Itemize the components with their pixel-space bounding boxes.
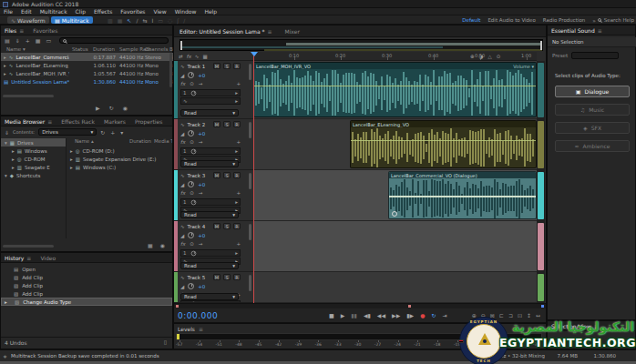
tree-item-shortcuts[interactable]: ▾◆Shortcuts (1, 171, 66, 179)
trash-icon[interactable]: ▯ (164, 339, 167, 345)
media-row[interactable]: ▸▤Windows (C:) (67, 163, 172, 171)
power-icon[interactable]: ⊙ (190, 81, 194, 86)
tab-selection-view[interactable]: Selection/View ≡ (551, 323, 599, 329)
track-vscrollbar[interactable] (249, 224, 251, 240)
panel-menu-icon[interactable]: ≡ (26, 255, 31, 261)
audio-clip[interactable]: LancelBar_Commercial_VO (Dialogue) (388, 171, 537, 219)
menu-view[interactable]: View (153, 8, 166, 15)
volume-knob[interactable] (188, 130, 194, 136)
zoom-out-vertical-button[interactable]: ↔ (536, 312, 540, 318)
routing-icon[interactable]: ∿ (195, 54, 200, 59)
history-item[interactable]: ▸▧Change Audio Type (1, 298, 172, 306)
tab-history[interactable]: History≡ (5, 255, 31, 261)
move-previous-button[interactable]: ◀▮ (364, 312, 371, 318)
track-name[interactable]: Track 2 (188, 122, 210, 127)
files-vscrollbar[interactable] (169, 53, 172, 87)
fx-icon[interactable]: fx (180, 241, 185, 247)
expander-icon[interactable]: ▸ (4, 55, 6, 60)
audio-clip[interactable]: LancelBar_ELearning_VO (350, 120, 537, 168)
new-item-icon[interactable]: + (26, 37, 30, 44)
mute-button[interactable]: M (213, 223, 221, 229)
tree-item-drives[interactable]: ▾▦Drives (1, 138, 66, 147)
expander-icon[interactable]: ▸ (4, 63, 6, 68)
track-lane[interactable]: LancelBar_Commercial_VO (Dialogue) (253, 170, 537, 221)
panel-menu-icon[interactable]: ≡ (598, 27, 602, 34)
snap-icon[interactable]: ⇄ (179, 54, 183, 59)
metronome-icon[interactable]: △ (487, 54, 491, 59)
arm-button[interactable]: R (233, 274, 241, 280)
menu-effects[interactable]: Effects (94, 8, 112, 15)
history-item[interactable]: ▨Add Clip (1, 273, 172, 281)
expander-icon[interactable]: ▸ (12, 157, 15, 162)
audio-type-dialogue[interactable]: ▣Dialogue (555, 86, 630, 97)
input-knob[interactable] (190, 90, 196, 96)
move-next-button[interactable]: ▮▶ (406, 312, 414, 318)
zoom-in-vertical-button[interactable]: ↕ (527, 312, 531, 318)
audio-type-music[interactable]: ♫Music (555, 104, 630, 116)
tab-essential-sound[interactable]: Essential Sound ≡ (551, 27, 602, 34)
fx-icon[interactable]: fx (180, 190, 185, 196)
menu-file[interactable]: File (4, 8, 13, 15)
solo-button[interactable]: S (223, 121, 231, 127)
new-folder-icon[interactable]: ▦ (148, 242, 153, 248)
zoom-selection-button[interactable]: ⊡ (518, 312, 522, 318)
add-effect-icon[interactable]: + (236, 190, 241, 196)
track-vscrollbar[interactable] (249, 173, 251, 189)
preset-dropdown[interactable] (571, 52, 619, 59)
add-track-icon[interactable]: ⊕ (470, 54, 475, 59)
chevron-right-icon[interactable]: ▸ (235, 90, 238, 96)
fx-icon[interactable]: fx (180, 139, 185, 145)
automation-mode-dropdown[interactable]: Read▾ (180, 262, 239, 269)
tab-media-browser[interactable]: Media Browser≡ (5, 118, 52, 125)
tab-video[interactable]: Video (40, 255, 56, 261)
automation-mode-dropdown[interactable]: Read▾ (180, 109, 239, 116)
session-settings-icon[interactable]: ⊙ (497, 54, 501, 59)
tree-item-seagate-e[interactable]: ▸▥Seagate E (1, 163, 66, 171)
mute-button[interactable]: M (213, 274, 221, 280)
track-name[interactable]: Track 4 (188, 224, 210, 229)
volume-envelope[interactable] (351, 140, 536, 141)
panel-menu-icon[interactable]: ≡ (47, 118, 52, 125)
chevron-right-icon[interactable]: ▸ (235, 148, 238, 154)
move-tool-icon[interactable]: ↖ (127, 17, 131, 24)
expander-icon[interactable]: ▸ (70, 148, 73, 154)
auto-play-icon[interactable]: ◉ (160, 242, 165, 248)
record-button[interactable]: ● (420, 312, 425, 318)
tab-effects-rack[interactable]: Effects Rack (61, 118, 95, 125)
audio-clip[interactable]: LancelBar_MOH_IVR_VOVolume ▾ (253, 62, 537, 117)
track-header[interactable]: ∿Track 2MSR◢+0fx⊙→+1▸∿▸Read▾ (174, 119, 253, 170)
track-name[interactable]: Track 1 (188, 64, 210, 69)
overview-handle-left[interactable] (180, 41, 182, 50)
auto-play-icon[interactable]: ◉ (123, 105, 128, 111)
loop-icon[interactable]: ↻ (109, 105, 114, 111)
mute-button[interactable]: M (213, 172, 221, 178)
power-icon[interactable]: ⊙ (190, 139, 194, 145)
automation-mode-dropdown[interactable]: Read▾ (180, 293, 239, 300)
arm-button[interactable]: R (233, 172, 241, 178)
menu-clip[interactable]: Clip (76, 8, 86, 15)
mute-button[interactable]: M (213, 63, 221, 69)
track-vscrollbar[interactable] (249, 275, 251, 291)
solo-button[interactable]: S (223, 172, 231, 178)
track-lane[interactable] (253, 272, 537, 303)
slip-tool-icon[interactable]: ⇆ (142, 17, 147, 24)
power-icon[interactable]: ⊙ (190, 241, 194, 247)
arm-button[interactable]: R (233, 63, 241, 69)
panel-menu-icon[interactable]: ≡ (199, 326, 203, 332)
track-vscrollbar[interactable] (249, 122, 251, 138)
playhead-handle[interactable] (251, 52, 258, 56)
workspace-default[interactable]: Default (462, 17, 480, 23)
track-lane[interactable]: LancelBar_MOH_IVR_VOVolume ▾ (253, 61, 537, 119)
expander-icon[interactable]: ▾ (5, 140, 7, 146)
open-file-icon[interactable]: ▤ (5, 37, 10, 44)
play-icon[interactable]: ▶ (96, 105, 100, 111)
volume-knob[interactable] (188, 181, 194, 187)
solo-button[interactable]: S (223, 63, 231, 69)
zoom-selection-left-button[interactable]: ⊏ (499, 312, 504, 318)
contents-dropdown[interactable]: Drives ▾ (38, 128, 97, 136)
stop-button[interactable]: ■ (329, 312, 334, 318)
expander-icon[interactable]: ▾ (5, 173, 7, 178)
time-selection-tool-icon[interactable]: I (151, 17, 153, 24)
menu-edit[interactable]: Edit (21, 8, 32, 15)
fx-icon[interactable]: fx (180, 81, 185, 86)
